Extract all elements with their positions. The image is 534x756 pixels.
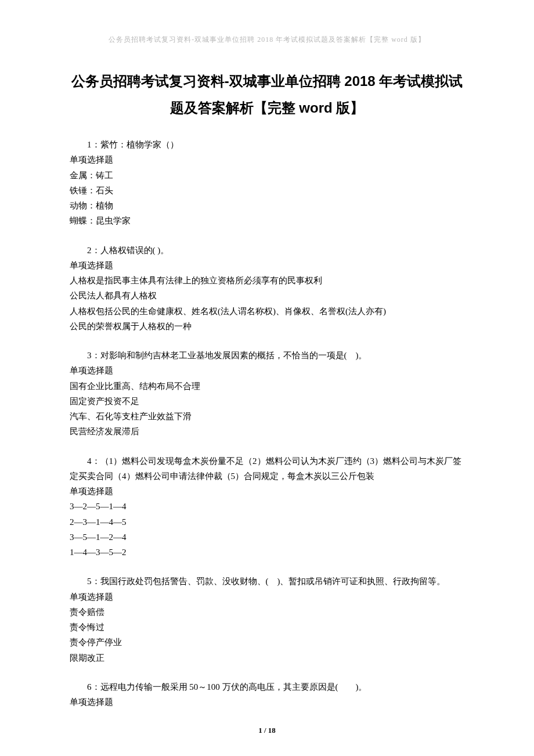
question-option: 3—5—1—2—4 — [70, 530, 464, 545]
question-option: 人格权是指民事主体具有法律上的独立资格所必须享有的民事权利 — [70, 273, 464, 288]
document-title: 公务员招聘考试复习资料-双城事业单位招聘 2018 年考试模拟试题及答案解析【完… — [70, 68, 464, 121]
question-option: 2—3—1—4—5 — [70, 514, 464, 530]
question-stem: 1：紫竹：植物学家（） — [70, 137, 464, 152]
question-option: 公民法人都具有人格权 — [70, 288, 464, 303]
question-type: 单项选择题 — [70, 152, 464, 167]
question-option: 3—2—5—1—4 — [70, 499, 464, 514]
question-6: 6：远程电力传输一般采用 50～100 万伏的高电压，其主要原因是( )。 单项… — [70, 679, 464, 710]
question-type: 单项选择题 — [70, 484, 464, 499]
question-option: 1—4—3—5—2 — [70, 545, 464, 560]
question-option: 固定资产投资不足 — [70, 394, 464, 409]
question-option: 铁锤：石头 — [70, 183, 464, 198]
question-option: 动物：植物 — [70, 198, 464, 213]
question-option: 公民的荣誉权属于人格权的一种 — [70, 319, 464, 334]
question-option: 限期改正 — [70, 650, 464, 665]
document-page: 公务员招聘考试复习资料-双城事业单位招聘 2018 年考试模拟试题及答案解析【完… — [0, 0, 534, 756]
question-option: 蝴蝶：昆虫学家 — [70, 213, 464, 228]
page-number: 1 / 18 — [0, 726, 534, 735]
question-type: 单项选择题 — [70, 589, 464, 604]
page-header: 公务员招聘考试复习资料-双城事业单位招聘 2018 年考试模拟试题及答案解析【完… — [70, 35, 464, 45]
question-stem: 5：我国行政处罚包括警告、罚款、没收财物、( )、暂扣或吊销许可证和执照、行政拘… — [70, 574, 464, 589]
question-stem: 2：人格权错误的( )。 — [70, 243, 464, 258]
question-type: 单项选择题 — [70, 363, 464, 378]
question-option: 金属：铸工 — [70, 168, 464, 183]
question-stem: 3：对影响和制约吉林老工业基地发展因素的概括，不恰当的一项是( )。 — [70, 348, 464, 363]
question-option: 国有企业比重高、结构布局不合理 — [70, 379, 464, 394]
question-5: 5：我国行政处罚包括警告、罚款、没收财物、( )、暂扣或吊销许可证和执照、行政拘… — [70, 574, 464, 665]
question-1: 1：紫竹：植物学家（） 单项选择题 金属：铸工 铁锤：石头 动物：植物 蝴蝶：昆… — [70, 137, 464, 229]
question-option: 责令悔过 — [70, 620, 464, 635]
question-option: 民营经济发展滞后 — [70, 424, 464, 439]
question-type: 单项选择题 — [70, 694, 464, 710]
question-option: 责令赔偿 — [70, 604, 464, 620]
question-option: 汽车、石化等支柱产业效益下滑 — [70, 409, 464, 424]
question-stem: 6：远程电力传输一般采用 50～100 万伏的高电压，其主要原因是( )。 — [70, 679, 464, 694]
question-stem: 4：（1）燃料公司发现每盒木炭份量不足（2）燃料公司认为木炭厂违约（3）燃料公司… — [70, 453, 464, 484]
question-2: 2：人格权错误的( )。 单项选择题 人格权是指民事主体具有法律上的独立资格所必… — [70, 243, 464, 334]
question-3: 3：对影响和制约吉林老工业基地发展因素的概括，不恰当的一项是( )。 单项选择题… — [70, 348, 464, 440]
question-4: 4：（1）燃料公司发现每盒木炭份量不足（2）燃料公司认为木炭厂违约（3）燃料公司… — [70, 453, 464, 560]
question-option: 责令停产停业 — [70, 635, 464, 650]
question-type: 单项选择题 — [70, 258, 464, 273]
question-option: 人格权包括公民的生命健康权、姓名权(法人谓名称权)、肖像权、名誉权(法人亦有) — [70, 304, 464, 319]
